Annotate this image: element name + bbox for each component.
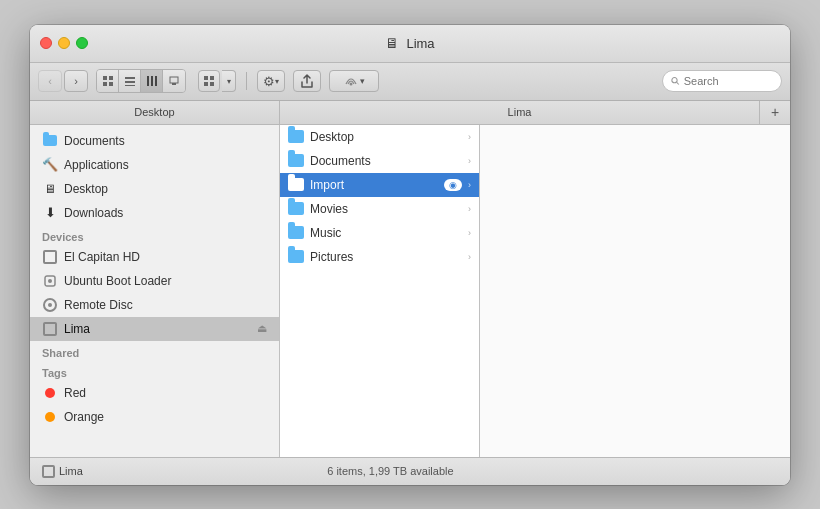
- downloads-icon: ⬇: [42, 205, 58, 221]
- svg-rect-7: [147, 76, 149, 86]
- sidebar-item-tag-red[interactable]: Red: [30, 381, 279, 405]
- path-bar: Lima: [42, 465, 83, 478]
- sidebar-item-downloads[interactable]: ⬇ Downloads: [30, 201, 279, 225]
- column-view-button[interactable]: [141, 70, 163, 92]
- folder-pictures-icon: [288, 250, 304, 263]
- forward-button[interactable]: ›: [64, 70, 88, 92]
- svg-rect-10: [170, 77, 178, 83]
- sidebar-item-remotedisc[interactable]: Remote Disc: [30, 293, 279, 317]
- column-view: Desktop › Documents › Import ◉ › Movies: [280, 125, 790, 457]
- folder-movies-icon: [288, 202, 304, 215]
- disc-icon: [42, 297, 58, 313]
- chevron-icon: ›: [468, 132, 471, 142]
- svg-rect-4: [125, 77, 135, 79]
- chevron-icon: ›: [468, 204, 471, 214]
- folder-import-icon: [288, 178, 304, 191]
- toolbar: ‹ › ▾ ⚙▾: [30, 63, 790, 101]
- close-button[interactable]: [40, 37, 52, 49]
- search-icon: [671, 76, 680, 86]
- sidebar-item-elcapitan[interactable]: El Capitan HD: [30, 245, 279, 269]
- finder-window: 🖥 Lima ‹ ›: [30, 25, 790, 485]
- svg-rect-2: [103, 82, 107, 86]
- orange-tag-icon: [42, 409, 58, 425]
- svg-rect-5: [125, 81, 135, 83]
- maximize-button[interactable]: [76, 37, 88, 49]
- sidebar-item-ubuntu[interactable]: Ubuntu Boot Loader: [30, 269, 279, 293]
- col-item-movies[interactable]: Movies ›: [280, 197, 479, 221]
- usb-icon: [42, 273, 58, 289]
- main-col-header: Lima: [280, 101, 760, 124]
- import-badge: ◉: [444, 179, 462, 191]
- chevron-icon: ›: [468, 156, 471, 166]
- svg-rect-9: [155, 76, 157, 86]
- svg-point-16: [349, 83, 352, 86]
- group-dropdown-button[interactable]: ▾: [222, 70, 236, 92]
- svg-point-20: [48, 279, 52, 283]
- airdrop-button[interactable]: ▾: [329, 70, 379, 92]
- second-column: [480, 125, 790, 457]
- main-content: Documents 🔨 Applications 🖥 Desktop ⬇ Dow…: [30, 125, 790, 457]
- svg-line-18: [677, 82, 679, 84]
- svg-rect-14: [204, 82, 208, 86]
- svg-rect-3: [109, 82, 113, 86]
- titlebar: 🖥 Lima: [30, 25, 790, 63]
- first-column: Desktop › Documents › Import ◉ › Movies: [280, 125, 480, 457]
- col-item-desktop[interactable]: Desktop ›: [280, 125, 479, 149]
- red-tag-icon: [42, 385, 58, 401]
- back-button[interactable]: ‹: [38, 70, 62, 92]
- svg-rect-6: [125, 85, 135, 86]
- folder-music-icon: [288, 226, 304, 239]
- eject-button[interactable]: ⏏: [257, 322, 267, 335]
- nav-buttons: ‹ ›: [38, 70, 88, 92]
- svg-rect-1: [109, 76, 113, 80]
- sidebar-item-documents[interactable]: Documents: [30, 129, 279, 153]
- search-box[interactable]: [662, 70, 782, 92]
- col-item-import[interactable]: Import ◉ ›: [280, 173, 479, 197]
- list-view-button[interactable]: [119, 70, 141, 92]
- traffic-lights: [40, 37, 88, 49]
- minimize-button[interactable]: [58, 37, 70, 49]
- svg-rect-12: [204, 76, 208, 80]
- col-item-documents[interactable]: Documents ›: [280, 149, 479, 173]
- search-input[interactable]: [684, 75, 773, 87]
- view-buttons: [96, 69, 186, 93]
- col-item-music[interactable]: Music ›: [280, 221, 479, 245]
- sidebar: Documents 🔨 Applications 🖥 Desktop ⬇ Dow…: [30, 125, 280, 457]
- applications-icon: 🔨: [42, 157, 58, 173]
- svg-rect-13: [210, 76, 214, 80]
- folder-documents-icon: [288, 154, 304, 167]
- status-text: 6 items, 1,99 TB available: [83, 465, 698, 477]
- chevron-icon: ›: [468, 180, 471, 190]
- chevron-icon: ›: [468, 252, 471, 262]
- add-column-button[interactable]: +: [760, 101, 790, 124]
- folder-desktop-icon: [288, 130, 304, 143]
- icon-view-button[interactable]: [97, 70, 119, 92]
- chevron-icon: ›: [468, 228, 471, 238]
- sidebar-header: Desktop: [30, 101, 280, 124]
- separator-1: [246, 72, 247, 90]
- sidebar-item-applications[interactable]: 🔨 Applications: [30, 153, 279, 177]
- folder-icon: [42, 133, 58, 149]
- devices-section-header: Devices: [30, 225, 279, 245]
- hd-icon: [42, 249, 58, 265]
- sidebar-item-lima[interactable]: Lima ⏏: [30, 317, 279, 341]
- svg-rect-0: [103, 76, 107, 80]
- lima-icon: [42, 321, 58, 337]
- desktop-icon: 🖥: [42, 181, 58, 197]
- shared-section-header: Shared: [30, 341, 279, 361]
- group-button[interactable]: [198, 70, 220, 92]
- sidebar-item-desktop[interactable]: 🖥 Desktop: [30, 177, 279, 201]
- cover-view-button[interactable]: [163, 70, 185, 92]
- statusbar: Lima 6 items, 1,99 TB available: [30, 457, 790, 485]
- action-button[interactable]: ⚙▾: [257, 70, 285, 92]
- svg-point-17: [672, 78, 677, 83]
- tags-section-header: Tags: [30, 361, 279, 381]
- path-lima-icon: [42, 465, 55, 478]
- col-item-pictures[interactable]: Pictures ›: [280, 245, 479, 269]
- window-icon: 🖥: [385, 35, 401, 51]
- sidebar-item-tag-orange[interactable]: Orange: [30, 405, 279, 429]
- svg-rect-8: [151, 76, 153, 86]
- window-title: 🖥 Lima: [385, 35, 434, 51]
- svg-rect-11: [172, 83, 176, 85]
- share-button[interactable]: [293, 70, 321, 92]
